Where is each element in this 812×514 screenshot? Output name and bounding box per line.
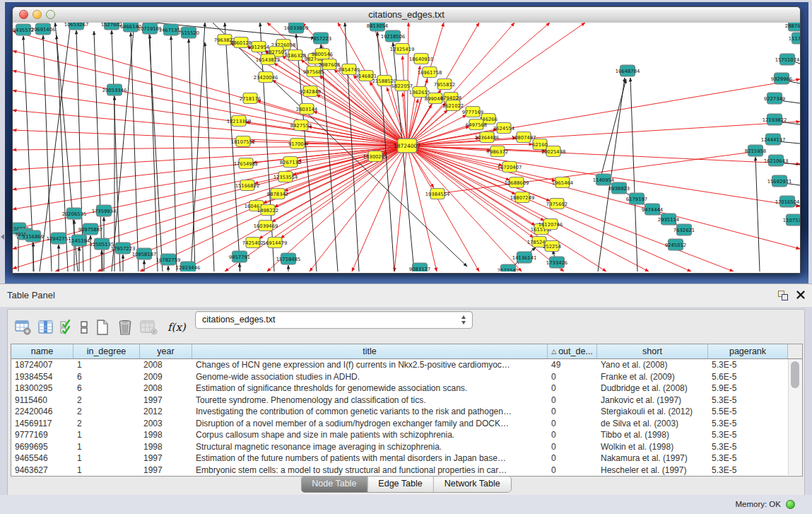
table-cell: Nakamura et al. (1997): [597, 452, 708, 465]
tab-network-table[interactable]: Network Table: [433, 477, 511, 492]
graph-node-label: 2887604: [785, 23, 800, 29]
table-cell: Corpus callosum shape and size in male p…: [192, 429, 548, 441]
delete-trash-button[interactable]: [116, 317, 134, 337]
column-header-out_de[interactable]: △out_de...: [548, 344, 597, 358]
graph-node-label: 14136141: [512, 255, 537, 261]
row-selection-button[interactable]: [59, 317, 75, 337]
graph-node-label: 18724007: [394, 143, 420, 149]
graph-node-label: 1156869: [23, 234, 44, 240]
graph-node-label: 20053346: [102, 88, 127, 93]
table-panel-title: Table Panel: [7, 284, 55, 306]
column-header-short[interactable]: short: [597, 344, 708, 358]
dropdown-stepper-icon: [461, 315, 467, 325]
graph-node-label: 8267130: [280, 160, 301, 165]
graph-node-label: 16033809: [284, 25, 309, 31]
tab-node-table[interactable]: Node Table: [301, 477, 367, 492]
table-row[interactable]: 946362711997Embryonic stem cells: a mode…: [11, 465, 788, 477]
graph-node-label: 18640910: [409, 57, 434, 62]
table-row[interactable]: 969969511998Structural magnetic resonanc…: [11, 441, 788, 453]
tab-edge-table[interactable]: Edge Table: [367, 477, 433, 492]
table-cell: 9115460: [11, 395, 73, 407]
node-table: namein_degreeyeartitle△out_de...shortpag…: [11, 344, 803, 477]
graph-node-label: 9800546: [312, 52, 333, 57]
table-row[interactable]: 2242004622012Investigating the contribut…: [11, 406, 788, 418]
graph-node-label: 9245012: [665, 243, 686, 248]
scrollbar-thumb[interactable]: [791, 361, 799, 388]
graph-node-label: 12213369: [227, 119, 252, 124]
delete-table-button-disabled: [139, 317, 158, 337]
table-body: 1872400712008Changes of HCN gene express…: [11, 359, 788, 476]
splitter-collapse-icon[interactable]: [1, 234, 4, 240]
graph-node-label: 9329966: [771, 76, 792, 82]
graph-node-label: 7632621: [673, 228, 695, 233]
table-row[interactable]: 1938455462009Genome-wide association stu…: [11, 371, 788, 383]
table-cell: Franke et al. (2009): [597, 371, 708, 383]
table-scrollbar[interactable]: [788, 359, 802, 475]
table-cell: 0: [548, 465, 597, 477]
graph-node-label: 1498222: [257, 208, 278, 214]
stacked-view-button[interactable]: [79, 317, 89, 337]
graph-node-label: 17654982: [234, 161, 259, 167]
float-panel-icon[interactable]: [778, 291, 788, 300]
graph-node-label: 12444137: [761, 137, 786, 143]
table-cell: 2009: [140, 371, 192, 383]
column-selector-button[interactable]: [37, 317, 55, 337]
table-row[interactable]: 1872400712008Changes of HCN gene express…: [11, 359, 788, 371]
graph-node-label: 16648784: [616, 69, 640, 74]
network-canvas[interactable]: 9435572206914061065326715276026466140107…: [13, 23, 800, 271]
table-row[interactable]: 911546021997Tourette syndrome. Phenomeno…: [11, 395, 788, 407]
graph-node-label: 7375692: [546, 201, 567, 207]
table-row[interactable]: 977716911998Corpus callosum shape and si…: [11, 429, 788, 441]
table-cell: Genome-wide association studies in ADHD.: [192, 371, 548, 383]
table-cell: 0: [548, 371, 597, 383]
column-header-name[interactable]: name: [11, 344, 73, 358]
table-cell: Tourette syndrome. Phenomenology and cla…: [192, 395, 548, 407]
table-row[interactable]: 1456911722003Disruption of a novel membe…: [11, 418, 788, 430]
function-builder-button[interactable]: f(x): [167, 321, 186, 334]
table-cell: 5.3E-5: [708, 441, 788, 453]
graph-node-label: 1621022: [442, 103, 464, 109]
graph-node-label: 62160: [532, 142, 548, 148]
graph-node-label: 15692971: [767, 179, 792, 185]
table-cell: Wolkin et al. (1998): [597, 441, 708, 453]
network-select-dropdown[interactable]: citations_edges.txt: [195, 311, 473, 329]
table-row[interactable]: 946554611997Estimation of the future num…: [11, 452, 788, 465]
graph-node-label: 8938923: [608, 186, 630, 192]
table-cell: 2008: [140, 359, 192, 371]
graph-node-label: 16720407: [498, 165, 522, 170]
table-cell: 18724007: [11, 359, 73, 371]
table-cell: 9699695: [11, 441, 73, 453]
table-cell: 2008: [140, 382, 192, 395]
graph-node-label: 19384554: [425, 192, 450, 197]
new-table-button[interactable]: [93, 317, 112, 337]
table-cell: 0: [548, 418, 597, 430]
table-cell: 5.3E-5: [708, 465, 788, 477]
window-titlebar[interactable]: citations_edges.txt: [13, 7, 800, 23]
graph-node-label: 10025438: [541, 149, 566, 155]
table-cell: Changes of HCN gene expression and I(f) …: [192, 359, 548, 371]
graph-node-label: 1965464: [552, 180, 573, 186]
graph-node-label: 17016504: [775, 199, 800, 205]
table-cell: 0: [548, 395, 597, 407]
graph-node-label: 6497568: [466, 122, 487, 128]
graph-node-label: 9474444: [642, 207, 663, 213]
column-header-pagerank[interactable]: pagerank: [708, 344, 788, 358]
table-cell: Tibbo et al. (1998): [597, 429, 708, 441]
graph-node-label: 8427552: [290, 123, 312, 129]
table-row[interactable]: 1830029562008Estimation of significance …: [11, 382, 788, 395]
graph-node-label: 18300295: [363, 154, 388, 160]
graph-node-label: 16782759: [156, 257, 181, 263]
column-header-in_degree[interactable]: in_degree: [73, 344, 140, 358]
table-cell: 1997: [140, 452, 192, 465]
column-header-year[interactable]: year: [140, 344, 192, 358]
table-cell: 6: [73, 371, 140, 383]
memory-ok-icon[interactable]: [786, 500, 795, 509]
graph-node-label: 1733426: [546, 260, 567, 266]
table-settings-button[interactable]: [14, 317, 33, 337]
memory-status-label: Memory: OK: [735, 495, 781, 513]
table-cell: 1997: [140, 395, 192, 407]
graph-node-label: 1117304: [789, 36, 800, 42]
column-header-title[interactable]: title: [192, 344, 548, 358]
graph-node-label: 90975887: [78, 227, 103, 233]
close-panel-icon[interactable]: [796, 290, 806, 300]
